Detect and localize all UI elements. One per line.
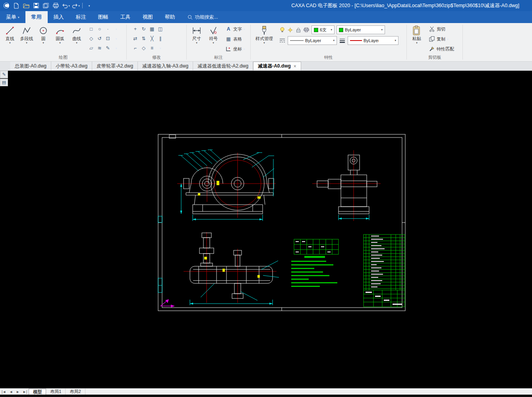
more-draw-tools-icon[interactable]: ▾ [112,35,120,43]
redo-icon[interactable]: ▾ [71,2,80,10]
circle-tool-button[interactable]: 圆 ▾ [35,24,51,45]
linetype-select[interactable]: ByLayer ▾ [288,36,337,45]
curve-tool-button[interactable]: 曲线 ▾ [69,24,85,45]
new-file-icon[interactable] [12,2,21,10]
doc-tab-reducer-active[interactable]: 减速器-A0.dwg × [253,62,301,70]
explode-tool-icon[interactable]: ◇ [140,44,148,52]
app-menu-button[interactable]: 菜单▾ [0,11,25,23]
style-manager-button[interactable]: 样式管理 ▾ [253,24,276,45]
arc-tool-button[interactable]: 圆弧 ▾ [52,24,68,45]
dimension-icon [192,25,202,36]
tab-layout1[interactable]: 布局1 [46,389,66,395]
ribbon-group-label-modify: 修改 [127,54,186,61]
lineweight-style-icon[interactable] [339,37,346,44]
layer-plot-printer-icon[interactable] [303,27,310,33]
more-draw-tools-icon[interactable]: ▾ [112,44,120,52]
parallelogram-tool-icon[interactable]: ▱ [87,44,95,52]
table-tool-label: 表格 [233,36,242,42]
text-icon: A [225,26,232,32]
trim-tool-icon[interactable]: ╳ [148,35,156,43]
doc-tab-belt-cover[interactable]: 皮带轮罩-A2.dwg [92,62,138,70]
tab-annotate[interactable]: 标注 [70,11,92,23]
copy-button[interactable]: 复制 ▾ [427,34,456,44]
array-tool-icon[interactable]: ▦ [148,25,156,33]
first-layout-nav-icon[interactable]: |◄ [0,389,8,395]
doc-tab-small-pulley[interactable]: 小带轮-A3.dwg [51,62,92,70]
curve-tool-label: 曲线 [72,36,81,41]
chevron-down-icon: ▾ [213,41,214,45]
hatch-tool-icon[interactable]: ≋ [96,44,104,52]
tab-view[interactable]: 视图 [137,11,159,23]
layer-on-bulb-icon[interactable] [279,27,286,33]
erase-tool-icon[interactable]: ≡ [148,44,156,52]
cut-button[interactable]: 剪切 [427,24,456,34]
open-file-icon[interactable] [21,2,31,10]
ribbon-group-annotate: 尺寸 ▾ 符号 ▾ A 文字 ▾ ▦ 表格 [187,23,250,61]
caxa-logo-icon[interactable] [2,2,11,10]
tab-help[interactable]: 帮助 [159,11,181,23]
paste-label: 粘贴 [412,36,421,41]
tab-layout2[interactable]: 布局2 [66,389,85,395]
polyline-tool-button[interactable]: 多段线 ▾ [19,24,35,45]
sheet-layers-tool-icon[interactable]: ▤ [0,79,8,86]
mirror-tool-icon[interactable]: ◫ [157,25,164,33]
print-icon[interactable] [51,2,60,10]
chevron-down-icon: ▾ [78,4,80,7]
layer-lock-icon[interactable] [295,27,302,33]
parts-table [294,239,339,254]
linetype-style-icon[interactable] [279,37,286,44]
toolbar-separator [82,3,83,8]
close-tab-icon[interactable]: × [294,64,296,69]
stretch-tool-icon[interactable]: ⇄ [132,35,139,43]
tab-home[interactable]: 常用 [25,11,48,23]
sketch-tool-icon[interactable]: ✎ [104,44,112,52]
save-all-icon[interactable] [41,2,50,10]
more-draw-tools-icon[interactable]: ▾ [112,25,120,33]
table-tool-button[interactable]: ▦ 表格 [223,34,247,44]
ellipse-tool-icon[interactable]: ○ [96,25,104,33]
rectangle-tool-icon[interactable]: □ [87,25,95,33]
match-properties-label: 特性匹配 [437,46,454,52]
line-tool-button[interactable]: 直线 ▾ [2,24,18,45]
revolve-tool-icon[interactable]: ↺ [96,35,104,43]
match-properties-button[interactable]: 特性匹配 [427,44,456,54]
sheet-edit-tool-icon[interactable]: ✎ [0,71,8,78]
move-tool-icon[interactable]: + [132,25,139,33]
doc-tab-input-shaft[interactable]: 减速器输入轴-A3.dwg [138,62,193,70]
tab-tools[interactable]: 工具 [114,11,137,23]
more-modify-tools-icon[interactable]: ▾ [157,44,164,52]
scale-tool-icon[interactable]: ⇅ [140,35,148,43]
function-search[interactable]: 功能搜索... [188,11,218,23]
color-select[interactable]: ByLayer ▾ [337,25,385,34]
tab-sheet[interactable]: 图幅 [92,11,114,23]
layer-select[interactable]: 6文 ▾ [311,25,335,34]
prev-layout-nav-icon[interactable]: ◄ [8,389,14,395]
save-icon[interactable] [31,2,41,10]
next-layout-nav-icon[interactable]: ► [14,389,21,395]
rotate-tool-icon[interactable]: ↻ [140,25,148,33]
coordinate-tool-button[interactable]: 坐标 ▾ [223,44,247,54]
offset-tool-icon[interactable]: ∥ [157,35,164,43]
customize-quick-access-icon[interactable]: ▾ [85,2,94,10]
point-tool-icon[interactable]: ∙ [104,25,112,33]
undo-icon[interactable]: ▾ [61,2,70,10]
drawing-canvas[interactable]: ✎ ▤ [0,71,532,388]
doc-tab-assembly[interactable]: 总装图-A0.dwg [10,62,51,70]
tab-model[interactable]: 模型 [29,389,46,395]
text-tool-button[interactable]: A 文字 ▾ [223,24,247,34]
chevron-down-icon: ▾ [244,48,245,50]
region-tool-icon[interactable]: ⊡ [104,35,112,43]
last-layout-nav-icon[interactable]: ►| [21,389,29,395]
layer-freeze-sun-icon[interactable] [287,27,294,33]
fillet-tool-icon[interactable]: ⌐ [132,44,139,52]
polygon-tool-icon[interactable]: ◇ [87,35,95,43]
scissors-icon [429,26,435,32]
circle-icon [39,25,48,36]
dimension-tool-button[interactable]: 尺寸 ▾ [189,24,205,45]
sheet-frame [158,134,405,311]
doc-tab-low-speed-gear[interactable]: 减速器低速齿轮-A2.dwg [193,62,253,70]
lineweight-select[interactable]: ByLayer ▾ [348,36,399,45]
paste-button[interactable]: 粘贴 ▾ [409,24,425,45]
tab-insert[interactable]: 插入 [48,11,70,23]
symbol-tool-button[interactable]: 符号 ▾ [205,24,221,45]
